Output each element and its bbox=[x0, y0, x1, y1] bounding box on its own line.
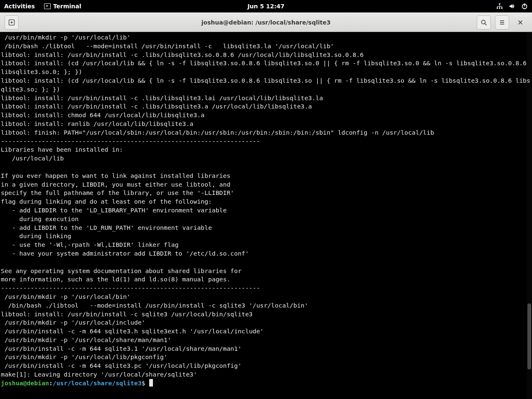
svg-rect-6 bbox=[497, 6, 498, 7]
network-icon[interactable] bbox=[496, 3, 503, 10]
svg-rect-8 bbox=[502, 6, 502, 7]
svg-rect-0 bbox=[499, 3, 500, 5]
volume-icon[interactable] bbox=[509, 3, 515, 10]
close-window-button[interactable] bbox=[513, 15, 527, 30]
svg-rect-1 bbox=[497, 7, 498, 9]
active-app-indicator[interactable]: Terminal bbox=[44, 3, 81, 10]
prompt-path: /usr/local/share/sqlite3 bbox=[53, 379, 142, 387]
prompt-colon: : bbox=[49, 379, 53, 387]
activities-button[interactable]: Activities bbox=[4, 3, 35, 10]
clock[interactable]: Jun 5 12:47 bbox=[247, 3, 284, 10]
terminal-viewport[interactable]: /usr/bin/mkdir -p '/usr/local/lib' /bin/… bbox=[0, 32, 532, 399]
cursor bbox=[149, 379, 153, 387]
svg-line-15 bbox=[485, 23, 487, 25]
terminal-headerbar: joshua@debian: /usr/local/share/sqlite3 bbox=[0, 12, 532, 32]
new-tab-button[interactable] bbox=[5, 15, 19, 30]
terminal-output: /usr/bin/mkdir -p '/usr/local/lib' /bin/… bbox=[1, 34, 530, 378]
power-icon[interactable] bbox=[521, 3, 528, 10]
terminal-icon bbox=[44, 3, 51, 9]
search-button[interactable] bbox=[477, 15, 491, 30]
svg-rect-2 bbox=[499, 7, 500, 9]
window-title: joshua@debian: /usr/local/share/sqlite3 bbox=[201, 19, 330, 26]
active-app-label: Terminal bbox=[53, 3, 81, 10]
svg-rect-3 bbox=[501, 7, 502, 9]
desktop-top-bar: Activities Terminal Jun 5 12:47 bbox=[0, 0, 532, 12]
prompt-suffix: $ bbox=[142, 379, 149, 387]
hamburger-menu-button[interactable] bbox=[495, 15, 509, 30]
prompt-user: joshua bbox=[1, 379, 23, 387]
prompt-host: debian bbox=[27, 379, 49, 387]
scrollbar-thumb[interactable] bbox=[527, 303, 531, 369]
shell-prompt: joshua@debian:/usr/local/share/sqlite3$ bbox=[1, 379, 153, 387]
svg-rect-4 bbox=[500, 5, 500, 6]
vertical-scrollbar[interactable] bbox=[527, 31, 532, 399]
svg-rect-7 bbox=[500, 6, 500, 7]
